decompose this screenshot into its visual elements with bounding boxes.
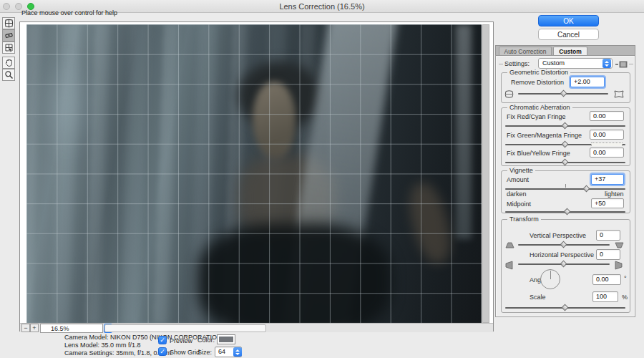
help-text: Place mouse over control for help [21,9,117,16]
scale-slider[interactable] [505,304,625,311]
vertical-scrollbar[interactable] [482,24,489,323]
vignette-midpoint-label: Midpoint [507,200,531,208]
fix-blue-yellow-label: Fix Blue/Yellow Fringe [507,150,570,157]
grid-overlay [26,24,482,323]
lens-model-text: Lens Model: 35.0 mm f/1.8 [64,342,141,349]
angle-unit: ° [624,275,627,282]
vertical-perspective-slider[interactable] [518,241,610,248]
remove-distortion-slider[interactable] [518,90,608,97]
fix-blue-yellow-field[interactable]: 0.00 [590,147,624,158]
camera-settings-text: Camera Settings: 35mm, f/1.8, 0.89m [64,349,172,357]
chromatic-aberration-title: Chromatic Aberration [507,104,572,111]
tooltip-fragment [591,142,623,146]
angle-field[interactable]: 0.00 [592,274,621,285]
vignette-amount-field[interactable]: +37 [591,174,624,185]
fix-green-magenta-field[interactable]: 0.00 [590,130,624,140]
tab-bar: Auto Correction Custom [495,45,635,56]
horizontal-scrollbar[interactable] [104,324,266,332]
straighten-tool[interactable] [2,29,15,42]
vignette-midpoint-slider[interactable] [505,208,625,215]
status-bar: − + 16.5% [20,323,493,332]
vignette-title: Vignette [507,167,535,174]
darken-label: darken [507,190,527,198]
settings-label: Settings: [504,60,530,67]
remove-distortion-tool[interactable] [2,17,15,29]
hand-icon [4,58,14,67]
fix-red-cyan-slider[interactable] [505,122,625,129]
lighten-label: lighten [605,190,624,198]
scale-label: Scale [530,294,546,301]
horizontal-perspective-label: Horizontal Perspective [530,251,594,258]
remove-distortion-field[interactable]: +2.00 [570,77,605,87]
preview-checkbox[interactable]: ✓ [158,336,167,344]
vertical-perspective-label: Vertical Perspective [530,232,586,239]
zoom-level-field[interactable]: 16.5% [40,324,103,333]
preview-checkbox-label: Preview [170,337,192,344]
vignette-amount-label: Amount [507,176,529,183]
grid-color-label: Color: [197,337,215,344]
fix-blue-yellow-slider[interactable] [505,159,625,165]
keystone-narrow-left-icon [504,261,514,270]
vignette-midpoint-field[interactable]: +50 [591,198,624,208]
angle-needle [550,271,552,279]
cancel-button[interactable]: Cancel [538,29,599,40]
scale-unit: % [622,294,628,301]
zoom-tool[interactable] [2,69,15,81]
transform-title: Transform [507,216,541,223]
keystone-narrow-right-icon [614,261,623,270]
keystone-wide-top-icon [614,241,625,249]
remove-distortion-icon [4,19,14,28]
stepper-icon[interactable] [602,59,611,68]
panel-menu-icon[interactable] [615,61,628,68]
settings-dropdown[interactable]: Custom [538,58,613,69]
fix-red-cyan-field[interactable]: 0.00 [590,111,624,121]
ok-button[interactable]: OK [538,15,599,26]
horizontal-perspective-slider[interactable] [518,261,610,267]
move-grid-tool[interactable] [2,42,15,54]
hand-tool[interactable] [2,57,15,69]
divider [629,64,633,64]
keystone-narrow-top-icon [504,241,515,249]
straighten-icon [4,31,14,40]
grid-size-label: Size: [197,349,212,356]
zoom-out-button[interactable]: − [21,324,30,332]
fix-red-cyan-label: Fix Red/Cyan Fringe [507,113,566,120]
scale-field[interactable]: 100 [592,291,618,302]
fix-green-magenta-label: Fix Green/Magenta Fringe [507,132,582,139]
angle-dial[interactable] [540,269,560,289]
pincushion-icon [614,90,624,98]
preview-frame: − + 16.5% [19,21,494,332]
lens-correction-dialog: Lens Correction (16.5%) Place mouse over… [0,0,644,358]
horizontal-perspective-field[interactable]: 0 [596,249,620,260]
magnifier-icon [4,70,14,79]
barrel-icon [504,90,514,98]
remove-distortion-label: Remove Distortion [511,79,564,86]
geometric-distortion-title: Geometric Distortion [507,69,570,76]
move-grid-icon [4,43,14,52]
preview-canvas[interactable] [26,24,482,323]
vertical-perspective-field[interactable]: 0 [596,230,620,241]
show-grid-checkbox[interactable]: ✓ [158,347,167,356]
show-grid-checkbox-label: Show Grid [170,349,200,356]
divider [499,64,503,64]
zoom-in-button[interactable]: + [30,324,39,332]
stepper-icon[interactable] [233,347,242,357]
grid-color-swatch[interactable] [217,334,235,344]
geometric-distortion-group: Geometric Distortion [501,72,630,103]
